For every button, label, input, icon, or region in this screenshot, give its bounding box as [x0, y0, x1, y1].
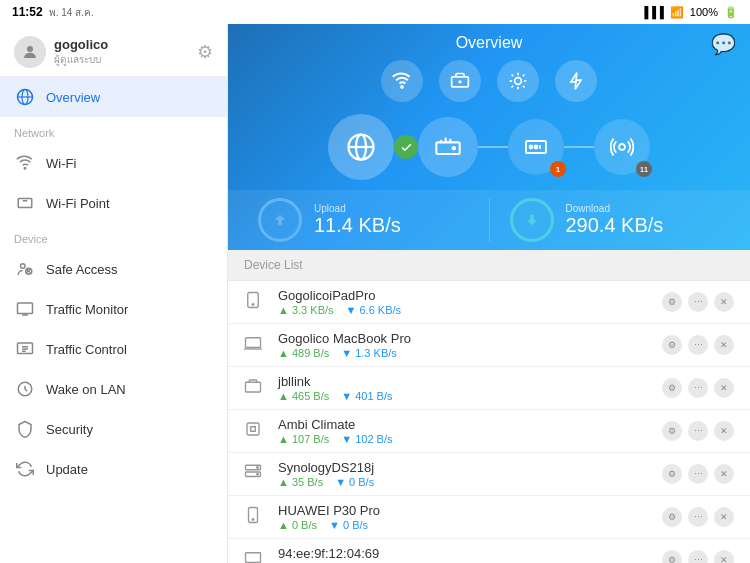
chat-button[interactable]: 💬: [711, 32, 736, 56]
device-type-icon: [244, 549, 268, 564]
device-name: HUAWEI P30 Pro: [278, 503, 652, 518]
download-speed: ▼ 1.3 KB/s: [341, 347, 397, 359]
device-info: HUAWEI P30 Pro ▲ 0 B/s ▼ 0 B/s: [278, 503, 652, 531]
device-type-icon: [244, 420, 268, 443]
device-type-icon: [244, 334, 268, 357]
svg-rect-39: [246, 337, 261, 347]
sidebar-item-traffic-control[interactable]: Traffic Control: [0, 329, 227, 369]
device-row[interactable]: GogolicoiPadPro ▲ 3.3 KB/s ▼ 6.6 KB/s ⚙ …: [228, 281, 750, 324]
device-block-button[interactable]: ✕: [714, 550, 734, 563]
sidebar-item-wifi-point[interactable]: Wi-Fi Point: [0, 183, 227, 223]
svg-point-15: [459, 81, 461, 83]
upload-speed: ▲ 465 B/s: [278, 390, 329, 402]
device-settings-button[interactable]: ⚙: [662, 464, 682, 484]
overview-title-bar: Overview 💬: [228, 34, 750, 52]
device-type-icon: [244, 463, 268, 486]
device-type-icon: [244, 377, 268, 400]
settings-button[interactable]: ⚙: [197, 41, 213, 63]
download-speed: ▼ 6.6 KB/s: [346, 304, 402, 316]
download-stat: Download 290.4 KB/s: [510, 198, 721, 242]
svg-line-19: [512, 75, 514, 77]
device-settings-button[interactable]: ⚙: [662, 550, 682, 563]
device-row[interactable]: Ambi Climate ▲ 107 B/s ▼ 102 B/s ⚙ ⋯ ✕: [228, 410, 750, 453]
sidebar-item-traffic-monitor[interactable]: Traffic Monitor: [0, 289, 227, 329]
device-settings-button[interactable]: ⚙: [662, 421, 682, 441]
sidebar-item-wake-on-lan[interactable]: Wake on LAN: [0, 369, 227, 409]
svg-point-38: [252, 303, 254, 305]
svg-rect-48: [246, 552, 261, 562]
device-row[interactable]: Gogolico MacBook Pro ▲ 489 B/s ▼ 1.3 KB/…: [228, 324, 750, 367]
device-info-button[interactable]: ⋯: [688, 464, 708, 484]
sidebar-item-wifi[interactable]: Wi-Fi: [0, 143, 227, 183]
network-line-4: [564, 146, 594, 148]
device-row[interactable]: 94:ee:9f:12:04:69 ▲ 0 B/s ▼ 0 B/s ⚙ ⋯ ✕: [228, 539, 750, 563]
svg-rect-4: [18, 199, 32, 208]
device-speeds: ▲ 489 B/s ▼ 1.3 KB/s: [278, 347, 652, 359]
device-info: GogolicoiPadPro ▲ 3.3 KB/s ▼ 6.6 KB/s: [278, 288, 652, 316]
svg-point-13: [401, 86, 403, 88]
alert-badge: 1: [550, 161, 566, 177]
traffic-control-label: Traffic Control: [46, 342, 127, 357]
device-list-container: Device List GogolicoiPadPro ▲ 3.3 KB/s ▼…: [228, 250, 750, 563]
device-info-button[interactable]: ⋯: [688, 421, 708, 441]
device-name: Gogolico MacBook Pro: [278, 331, 652, 346]
safe-access-label: Safe Access: [46, 262, 118, 277]
svg-line-24: [523, 75, 525, 77]
update-icon: [14, 458, 36, 480]
device-speeds: ▲ 107 B/s ▼ 102 B/s: [278, 433, 652, 445]
device-settings-button[interactable]: ⚙: [662, 292, 682, 312]
device-block-button[interactable]: ✕: [714, 421, 734, 441]
status-time: 11:52: [12, 5, 43, 19]
top-icons: [228, 60, 750, 102]
download-speed: ▼ 401 B/s: [341, 390, 392, 402]
device-settings-button[interactable]: ⚙: [662, 335, 682, 355]
status-bar: 11:52 พ. 14 ส.ค. ▐▐▐ 📶 100% 🔋: [0, 0, 750, 24]
sidebar: gogolico ผู้ดูแลระบบ ⚙ Overview Network: [0, 24, 228, 563]
device-block-button[interactable]: ✕: [714, 292, 734, 312]
device-list: GogolicoiPadPro ▲ 3.3 KB/s ▼ 6.6 KB/s ⚙ …: [228, 281, 750, 563]
switch-node: 1: [508, 119, 564, 175]
sidebar-item-safe-access[interactable]: Safe Access: [0, 249, 227, 289]
device-block-button[interactable]: ✕: [714, 464, 734, 484]
top-icon-wifi[interactable]: [381, 60, 423, 102]
download-value: 290.4 KB/s: [566, 214, 664, 237]
device-row[interactable]: jbllink ▲ 465 B/s ▼ 401 B/s ⚙ ⋯ ✕: [228, 367, 750, 410]
top-icon-box[interactable]: [439, 60, 481, 102]
device-actions: ⚙ ⋯ ✕: [662, 550, 734, 563]
upload-speed: ▲ 489 B/s: [278, 347, 329, 359]
sidebar-user: gogolico ผู้ดูแลระบบ: [14, 36, 108, 68]
globe-node: [328, 114, 394, 180]
device-settings-button[interactable]: ⚙: [662, 507, 682, 527]
wifi-nav-icon: [14, 152, 36, 174]
sidebar-item-security[interactable]: Security: [0, 409, 227, 449]
top-icon-power[interactable]: [555, 60, 597, 102]
sidebar-item-overview[interactable]: Overview: [0, 77, 227, 117]
device-row[interactable]: HUAWEI P30 Pro ▲ 0 B/s ▼ 0 B/s ⚙ ⋯ ✕: [228, 496, 750, 539]
network-section-label: Network: [0, 117, 227, 143]
router-node: [418, 117, 478, 177]
sidebar-item-update[interactable]: Update: [0, 449, 227, 489]
device-settings-button[interactable]: ⚙: [662, 378, 682, 398]
device-actions: ⚙ ⋯ ✕: [662, 507, 734, 527]
device-info: Ambi Climate ▲ 107 B/s ▼ 102 B/s: [278, 417, 652, 445]
device-type-icon: [244, 291, 268, 314]
device-block-button[interactable]: ✕: [714, 378, 734, 398]
device-row[interactable]: SynologyDS218j ▲ 35 B/s ▼ 0 B/s ⚙ ⋯ ✕: [228, 453, 750, 496]
device-info-button[interactable]: ⋯: [688, 507, 708, 527]
upload-speed: ▲ 3.3 KB/s: [278, 304, 334, 316]
top-icon-sun[interactable]: [497, 60, 539, 102]
upload-stat: Upload 11.4 KB/s: [258, 198, 469, 242]
device-block-button[interactable]: ✕: [714, 507, 734, 527]
device-info-button[interactable]: ⋯: [688, 550, 708, 563]
svg-line-23: [512, 86, 514, 88]
download-speed: ▼ 102 B/s: [341, 433, 392, 445]
device-block-button[interactable]: ✕: [714, 335, 734, 355]
download-speed: ▼ 0 B/s: [329, 519, 368, 531]
device-info-button[interactable]: ⋯: [688, 378, 708, 398]
download-speed: ▼ 0 B/s: [335, 476, 374, 488]
device-info-button[interactable]: ⋯: [688, 335, 708, 355]
device-info: jbllink ▲ 465 B/s ▼ 401 B/s: [278, 374, 652, 402]
device-info-button[interactable]: ⋯: [688, 292, 708, 312]
overview-icon: [14, 86, 36, 108]
download-circle: [510, 198, 554, 242]
